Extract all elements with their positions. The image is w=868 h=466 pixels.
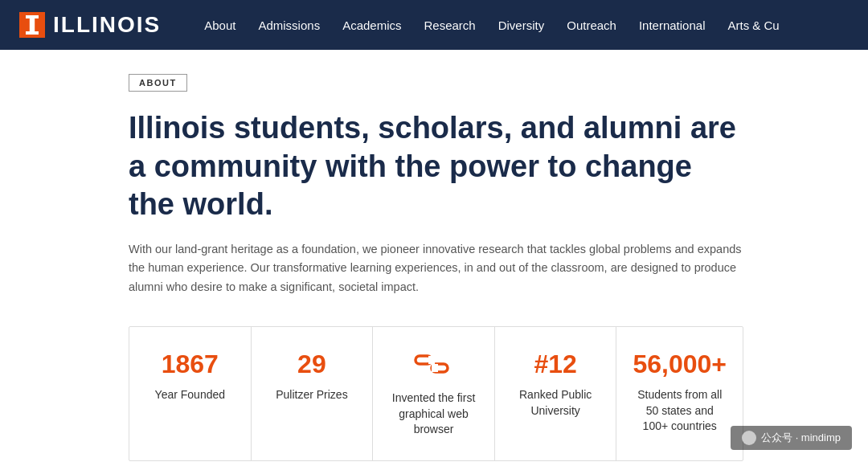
stat-students: 56,000+ Students from all 50 states and … xyxy=(616,327,743,460)
svg-rect-7 xyxy=(432,364,438,372)
svg-rect-6 xyxy=(428,356,435,364)
nav-item-admissions[interactable]: Admissions xyxy=(247,2,331,48)
nav-item-academics[interactable]: Academics xyxy=(331,2,412,48)
main-content: ABOUT Illinois students, scholars, and a… xyxy=(0,50,868,466)
stats-grid: 1867 Year Founded 29 Pulitzer Prizes xyxy=(129,326,743,461)
nav-link-outreach[interactable]: Outreach xyxy=(555,2,628,48)
nav-item-diversity[interactable]: Diversity xyxy=(487,2,556,48)
stat-label-students: Students from all 50 states and 100+ cou… xyxy=(633,387,727,435)
stat-value-pulitzer: 29 xyxy=(297,350,326,379)
stat-label-pulitzer: Pulitzer Prizes xyxy=(276,387,347,403)
nav-link-arts[interactable]: Arts & Cu xyxy=(716,2,790,48)
nav-item-arts[interactable]: Arts & Cu xyxy=(716,2,790,48)
chain-link-icon xyxy=(414,350,454,382)
watermark-text: 公众号 · mindimp xyxy=(761,431,841,445)
about-badge: ABOUT xyxy=(129,74,187,92)
nav-menu: About Admissions Academics Research Dive… xyxy=(193,2,790,48)
watermark: 公众号 · mindimp xyxy=(731,426,852,450)
stat-value-ranking: #12 xyxy=(534,350,576,379)
nav-link-academics[interactable]: Academics xyxy=(331,2,412,48)
navbar: ILLINOIS About Admissions Academics Rese… xyxy=(0,0,868,50)
nav-link-diversity[interactable]: Diversity xyxy=(487,2,556,48)
nav-item-international[interactable]: International xyxy=(628,2,717,48)
brand-name: ILLINOIS xyxy=(53,12,161,38)
nav-link-international[interactable]: International xyxy=(628,2,717,48)
svg-rect-3 xyxy=(26,31,39,35)
nav-item-about[interactable]: About xyxy=(193,2,247,48)
page-description: With our land-grant heritage as a founda… xyxy=(129,240,743,298)
stat-value-students: 56,000+ xyxy=(633,350,727,379)
stat-year-founded: 1867 Year Founded xyxy=(129,327,252,460)
stat-browser: Invented the first graphical web browser xyxy=(373,327,495,460)
illinois-logo-icon xyxy=(19,12,45,38)
nav-item-research[interactable]: Research xyxy=(413,2,487,48)
nav-item-outreach[interactable]: Outreach xyxy=(555,2,628,48)
nav-link-research[interactable]: Research xyxy=(413,2,487,48)
nav-link-about[interactable]: About xyxy=(193,2,247,48)
stat-label-ranking: Ranked Public University xyxy=(511,387,600,419)
stat-pulitzer: 29 Pulitzer Prizes xyxy=(252,327,374,460)
stat-ranking: #12 Ranked Public University xyxy=(495,327,617,460)
svg-rect-1 xyxy=(26,15,39,18)
brand-link[interactable]: ILLINOIS xyxy=(19,12,161,38)
stat-label-browser: Invented the first graphical web browser xyxy=(389,390,478,438)
watermark-dot-icon xyxy=(742,431,756,445)
stat-label-year: Year Founded xyxy=(155,387,225,403)
svg-rect-2 xyxy=(30,18,35,31)
page-headline: Illinois students, scholars, and alumni … xyxy=(129,109,743,224)
stat-value-year: 1867 xyxy=(162,350,219,379)
nav-link-admissions[interactable]: Admissions xyxy=(247,2,331,48)
